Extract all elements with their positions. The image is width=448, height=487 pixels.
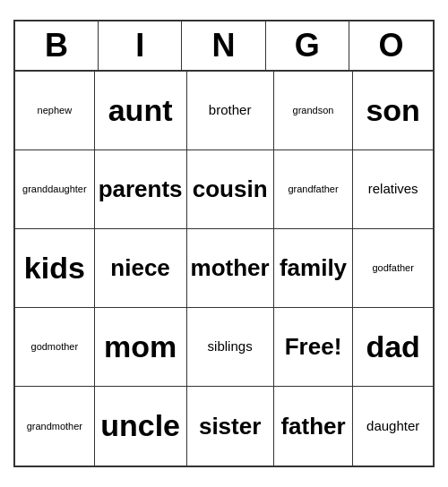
- bingo-cell: nephew: [15, 72, 95, 150]
- cell-text: niece: [110, 255, 170, 281]
- cell-text: grandfather: [288, 184, 338, 194]
- cell-text: daughter: [366, 419, 419, 434]
- cell-text: siblings: [208, 339, 253, 355]
- bingo-grid: nephewauntbrothergrandsonsongranddaughte…: [15, 72, 433, 466]
- bingo-cell: daughter: [353, 387, 433, 466]
- bingo-cell: relatives: [353, 150, 433, 229]
- bingo-cell: father: [274, 387, 354, 466]
- header-letter: I: [99, 21, 182, 70]
- bingo-cell: family: [274, 229, 354, 308]
- cell-text: grandson: [293, 105, 334, 115]
- header-letter: O: [349, 21, 433, 70]
- bingo-cell: dad: [353, 308, 433, 387]
- bingo-cell: kids: [15, 229, 95, 308]
- bingo-cell: granddaughter: [15, 150, 95, 229]
- bingo-cell: parents: [95, 150, 187, 229]
- cell-text: aunt: [108, 94, 173, 127]
- cell-text: granddaughter: [22, 184, 87, 194]
- cell-text: dad: [366, 330, 419, 363]
- cell-text: godmother: [31, 341, 79, 352]
- bingo-cell: brother: [187, 72, 274, 150]
- bingo-cell: mother: [187, 229, 274, 308]
- cell-text: grandmother: [27, 421, 82, 431]
- bingo-cell: grandson: [274, 72, 354, 150]
- cell-text: kids: [24, 252, 85, 285]
- cell-text: nephew: [38, 105, 73, 115]
- cell-text: relatives: [368, 182, 418, 197]
- cell-text: Free!: [285, 334, 342, 360]
- bingo-cell: uncle: [95, 387, 187, 466]
- header-letter: N: [182, 21, 265, 70]
- cell-text: father: [280, 414, 345, 440]
- cell-text: family: [280, 255, 347, 281]
- cell-text: sister: [199, 414, 261, 440]
- cell-text: brother: [209, 103, 252, 118]
- cell-text: mom: [104, 330, 177, 363]
- bingo-cell: siblings: [187, 308, 274, 387]
- bingo-cell: grandfather: [274, 150, 354, 229]
- bingo-cell: cousin: [187, 150, 274, 229]
- bingo-cell: aunt: [95, 72, 187, 150]
- cell-text: godfather: [372, 262, 413, 273]
- bingo-cell: niece: [95, 229, 187, 308]
- bingo-cell: son: [353, 72, 433, 150]
- cell-text: mother: [191, 255, 270, 281]
- bingo-cell: godmother: [15, 308, 95, 387]
- bingo-cell: grandmother: [15, 387, 95, 466]
- bingo-cell: mom: [95, 308, 187, 387]
- cell-text: uncle: [100, 409, 180, 442]
- bingo-header: BINGO: [15, 21, 433, 72]
- cell-text: parents: [99, 176, 183, 202]
- cell-text: cousin: [193, 176, 268, 202]
- bingo-cell: Free!: [274, 308, 354, 387]
- bingo-card: BINGO nephewauntbrothergrandsonsongrandd…: [13, 20, 435, 467]
- cell-text: son: [366, 94, 419, 127]
- header-letter: B: [15, 21, 99, 70]
- header-letter: G: [266, 21, 349, 70]
- bingo-cell: sister: [187, 387, 274, 466]
- bingo-cell: godfather: [353, 229, 433, 308]
